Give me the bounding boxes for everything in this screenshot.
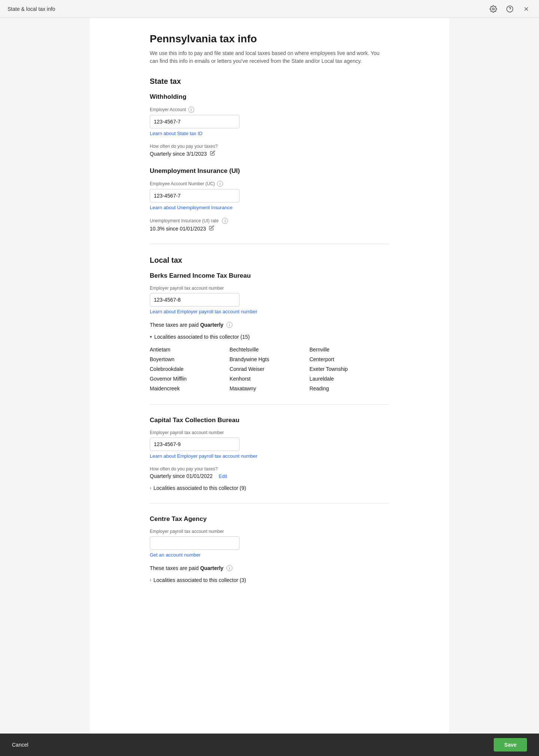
cancel-button[interactable]: Cancel (12, 742, 28, 748)
state-tax-section: State tax Withholding Employer Account i… (150, 77, 389, 232)
save-button[interactable]: Save (494, 738, 527, 752)
list-item: Boyertown (150, 356, 229, 363)
centre-localities-toggle[interactable]: › Localities associated to this collecto… (150, 577, 389, 583)
ui-account-info-icon[interactable]: i (217, 181, 223, 187)
capital-localities-toggle[interactable]: › Localities associated to this collecto… (150, 485, 389, 491)
capital-account-label: Employer payroll tax account number (150, 430, 389, 435)
ui-account-input[interactable] (150, 189, 240, 202)
ui-rate-value: 10.3% since 01/01/2023 (150, 225, 389, 232)
main-content: Pennsylvania tax info We use this info t… (90, 18, 449, 756)
withholding-edit-icon[interactable] (210, 150, 215, 157)
list-item: Centerport (310, 356, 389, 363)
local-tax-heading: Local tax (150, 256, 389, 265)
ui-learn-link[interactable]: Learn about Unemployment Insurance (150, 205, 232, 210)
help-icon-button[interactable] (505, 4, 515, 14)
employer-account-label: Employer Account i (150, 107, 389, 113)
berks-account-input[interactable] (150, 293, 240, 307)
list-item: Conrad Weiser (229, 365, 309, 373)
state-tax-heading: State tax (150, 77, 389, 86)
berks-paid-row: These taxes are paid Quarterly i (150, 322, 389, 328)
bottom-bar: Cancel Save (0, 734, 539, 756)
capital-collector: Capital Tax Collection Bureau Employer p… (150, 417, 389, 491)
capital-frequency-label: How often do you pay your taxes? (150, 466, 389, 472)
berks-collector: Berks Earned Income Tax Bureau Employer … (150, 272, 389, 392)
state-local-divider (150, 244, 389, 244)
employer-account-input[interactable] (150, 115, 240, 128)
list-item: Colebrookdale (150, 365, 229, 373)
top-bar: State & local tax info (0, 0, 539, 18)
capital-frequency-value: Quarterly since 01/01/2022 Edit (150, 473, 389, 479)
berks-chevron-down-icon: ▾ (150, 334, 152, 339)
state-tax-id-learn-link[interactable]: Learn about State tax ID (150, 131, 202, 136)
centre-paid-row: These taxes are paid Quarterly i (150, 565, 389, 571)
ui-rate-edit-icon[interactable] (209, 225, 214, 232)
ui-account-label: Employee Account Number (UC) i (150, 181, 389, 187)
berks-localities-toggle[interactable]: ▾ Localities associated to this collecto… (150, 334, 389, 340)
capital-centre-divider (150, 503, 389, 503)
top-bar-icons (488, 4, 532, 14)
berks-paid-info-icon[interactable]: i (226, 322, 232, 328)
capital-edit-link[interactable]: Edit (219, 473, 227, 479)
ui-section: Unemployment Insurance (UI) Employee Acc… (150, 167, 389, 232)
ui-heading: Unemployment Insurance (UI) (150, 167, 389, 175)
centre-collector: Centre Tax Agency Employer payroll tax a… (150, 515, 389, 583)
berks-account-field: Employer payroll tax account number Lear… (150, 286, 389, 314)
ui-account-field: Employee Account Number (UC) i Learn abo… (150, 181, 389, 210)
list-item: Bernville (310, 346, 389, 353)
capital-account-field: Employer payroll tax account number Lear… (150, 430, 389, 459)
ui-rate-label: Unemployment Insurance (UI) rate i (150, 218, 389, 224)
list-item: Maxatawny (229, 385, 309, 392)
list-item: Bechtelsville (229, 346, 309, 353)
withholding-frequency-label: How often do you pay your taxes? (150, 144, 389, 149)
list-item: Governor Mifflin (150, 375, 229, 382)
centre-chevron-right-icon: › (150, 577, 151, 583)
centre-account-field: Employer payroll tax account number Get … (150, 529, 389, 558)
page-title: State & local tax info (7, 6, 55, 12)
list-item: Antietam (150, 346, 229, 353)
withholding-section: Withholding Employer Account i Learn abo… (150, 93, 389, 157)
list-item: Maidencreek (150, 385, 229, 392)
centre-account-label: Employer payroll tax account number (150, 529, 389, 534)
list-item: Brandywine Hgts (229, 356, 309, 363)
employer-account-field: Employer Account i Learn about State tax… (150, 107, 389, 136)
berks-capital-divider (150, 404, 389, 405)
berks-name: Berks Earned Income Tax Bureau (150, 272, 389, 280)
close-icon-button[interactable] (521, 4, 532, 14)
centre-account-input[interactable] (150, 536, 240, 550)
capital-frequency-row: How often do you pay your taxes? Quarter… (150, 466, 389, 479)
list-item: Laureldale (310, 375, 389, 382)
page-heading: Pennsylvania tax info (150, 33, 389, 45)
capital-chevron-right-icon: › (150, 485, 151, 491)
local-tax-section: Local tax Berks Earned Income Tax Bureau… (150, 256, 389, 583)
withholding-frequency-row: How often do you pay your taxes? Quarter… (150, 144, 389, 157)
ui-rate-row: Unemployment Insurance (UI) rate i 10.3%… (150, 218, 389, 232)
capital-name: Capital Tax Collection Bureau (150, 417, 389, 424)
capital-account-input[interactable] (150, 438, 240, 451)
berks-localities-grid: Antietam Bechtelsville Bernville Boyerto… (150, 346, 389, 392)
list-item: Reading (310, 385, 389, 392)
svg-point-0 (493, 8, 494, 10)
list-item: Kenhorst (229, 375, 309, 382)
centre-name: Centre Tax Agency (150, 515, 389, 523)
berks-account-label: Employer payroll tax account number (150, 286, 389, 291)
withholding-heading: Withholding (150, 93, 389, 101)
capital-learn-link[interactable]: Learn about Employer payroll tax account… (150, 453, 258, 459)
settings-icon-button[interactable] (488, 4, 499, 14)
centre-get-account-link[interactable]: Get an account number (150, 552, 201, 558)
list-item: Exeter Township (310, 365, 389, 373)
ui-rate-info-icon[interactable]: i (222, 218, 228, 224)
page-description: We use this info to pay and file state a… (150, 49, 389, 65)
withholding-frequency-value: Quarterly since 3/1/2023 (150, 150, 389, 157)
employer-account-info-icon[interactable]: i (188, 107, 194, 113)
centre-paid-info-icon[interactable]: i (226, 565, 232, 571)
berks-learn-link[interactable]: Learn about Employer payroll tax account… (150, 309, 258, 314)
